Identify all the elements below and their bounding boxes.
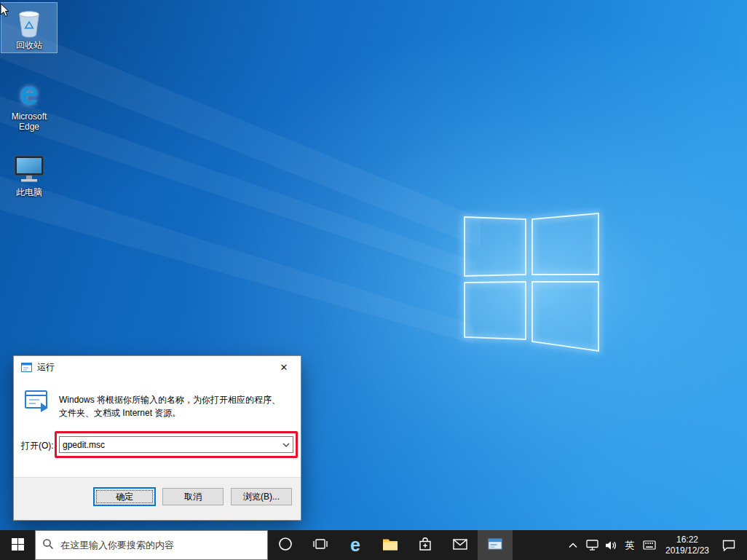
run-command-input[interactable]: [60, 437, 280, 452]
edge-button[interactable]: e: [338, 530, 373, 560]
taskbar-clock[interactable]: 16:22 2019/12/23: [660, 530, 715, 560]
active-window-button[interactable]: [478, 530, 513, 560]
desktop-icon-label: Microsoft Edge: [1, 111, 57, 132]
mouse-cursor: [0, 3, 10, 20]
clock-date: 2019/12/23: [665, 545, 709, 556]
this-pc-icon: [12, 151, 47, 186]
run-dialog-titlebar[interactable]: 运行 ✕: [14, 356, 301, 378]
folder-icon: [382, 537, 398, 553]
desktop-icon-label: 此电脑: [1, 187, 57, 197]
run-dialog-title: 运行: [37, 361, 55, 374]
close-icon[interactable]: ✕: [267, 356, 301, 378]
recycle-bin-icon: [12, 4, 47, 39]
store-button[interactable]: [408, 530, 443, 560]
search-icon: [42, 538, 54, 553]
volume-icon[interactable]: [601, 530, 620, 560]
run-dialog-icon: [24, 390, 50, 416]
cortana-button[interactable]: [268, 530, 303, 560]
desktop-icon-microsoft-edge[interactable]: e Microsoft Edge: [1, 74, 57, 134]
task-view-icon: [313, 537, 328, 553]
desktop-icon-label: 回收站: [1, 40, 57, 50]
run-dialog-description: Windows 将根据你所输入的名称，为你打开相应的程序、 文件夹、文档或 In…: [59, 393, 296, 419]
mail-button[interactable]: [443, 530, 478, 560]
network-icon[interactable]: [582, 530, 601, 560]
ime-indicator[interactable]: 英: [620, 530, 639, 560]
run-window-taskbar-icon: [488, 537, 502, 553]
ok-button[interactable]: 确定: [94, 488, 155, 505]
run-dialog-footer: 确定 取消 浏览(B)...: [14, 477, 301, 520]
cortana-icon: [278, 537, 293, 553]
description-line-2: 文件夹、文档或 Internet 资源。: [59, 406, 296, 419]
chevron-down-icon[interactable]: [280, 437, 293, 452]
run-command-combobox[interactable]: [59, 436, 293, 453]
clock-time: 16:22: [676, 535, 698, 545]
open-label: 打开(O):: [21, 440, 54, 452]
cancel-button[interactable]: 取消: [162, 488, 224, 505]
windows-logo-icon: [12, 538, 24, 553]
store-bag-icon: [419, 537, 432, 553]
browse-button[interactable]: 浏览(B)...: [231, 488, 292, 505]
hidden-icons-chevron-icon[interactable]: [564, 530, 582, 560]
system-tray: 英 16:22 2019/12/23: [564, 530, 747, 560]
run-window-icon: [20, 361, 32, 373]
desktop-icon-this-pc[interactable]: 此电脑: [1, 150, 57, 200]
start-button[interactable]: [0, 530, 35, 560]
action-center-icon[interactable]: [715, 530, 743, 560]
run-dialog: 运行 ✕ Windows 将根据你所输入的名称，为你打开相应的程序、 文件夹、文…: [13, 355, 301, 521]
taskbar: e: [0, 530, 747, 560]
mail-icon: [453, 539, 467, 552]
file-explorer-button[interactable]: [373, 530, 408, 560]
search-input[interactable]: [60, 540, 261, 551]
edge-icon: e: [12, 76, 47, 111]
task-view-button[interactable]: [303, 530, 338, 560]
taskbar-search-box[interactable]: [35, 530, 268, 560]
touch-keyboard-icon[interactable]: [639, 530, 660, 560]
screen: 回收站 e Microsoft Edge: [0, 0, 747, 560]
description-line-1: Windows 将根据你所输入的名称，为你打开相应的程序、: [59, 393, 296, 406]
edge-icon: e: [350, 536, 360, 554]
